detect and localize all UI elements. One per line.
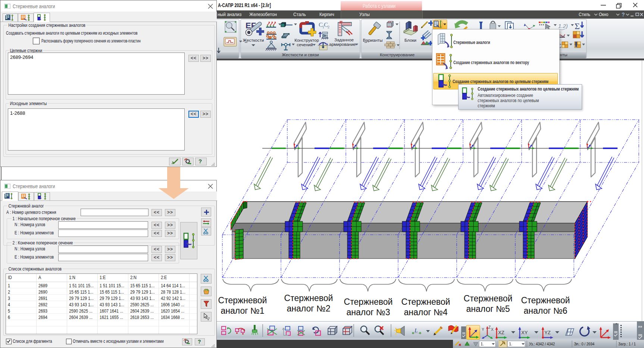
- svg-text:Жесткости и связи: Жесткости и связи: [282, 53, 319, 57]
- svg-text:?: ?: [622, 12, 625, 18]
- svg-text:1.: 1.: [481, 342, 484, 346]
- svg-text:»»: »»: [638, 325, 643, 329]
- svg-text:XY: XY: [521, 330, 528, 335]
- svg-text:1.2): 1.2): [558, 23, 568, 29]
- svg-text:аналог №1: аналог №1: [221, 306, 265, 316]
- svg-text:Стержневой: Стержневой: [284, 293, 333, 303]
- svg-text:Z: Z: [488, 325, 491, 329]
- svg-text:Y: Y: [482, 328, 484, 332]
- svg-text:1.: 1.: [509, 342, 512, 346]
- svg-text:YZ: YZ: [544, 330, 551, 335]
- svg-text:сечений: сечений: [297, 42, 313, 47]
- svg-text:аналог №2: аналог №2: [287, 304, 331, 313]
- svg-text:Конструктор: Конструктор: [294, 38, 319, 42]
- svg-text:Эл.: 0 / 2694: Эл.: 0 / 2694: [574, 341, 594, 346]
- svg-text:аналог №3: аналог №3: [347, 307, 390, 317]
- svg-text:аналог №5: аналог №5: [466, 304, 510, 314]
- svg-text:армирование: армирование: [329, 42, 356, 47]
- svg-text:Конструирование: Конструирование: [380, 53, 415, 57]
- svg-text:Σ: Σ: [575, 21, 580, 31]
- svg-text:X: X: [491, 328, 494, 332]
- svg-text:XZ: XZ: [498, 330, 504, 335]
- svg-text:Стержневой: Стержневой: [344, 297, 393, 307]
- svg-text:аналог №6: аналог №6: [524, 306, 568, 316]
- svg-text:Варианты: Варианты: [363, 38, 382, 42]
- svg-text:2: 2: [328, 25, 329, 29]
- svg-text:Уз.: 4342 / 4342: Уз.: 4342 / 4342: [529, 341, 555, 346]
- svg-text:Жесткости: Жесткости: [243, 38, 264, 42]
- svg-text:Заданное: Заданное: [334, 38, 354, 42]
- svg-text:Стержневой: Стержневой: [521, 295, 570, 305]
- svg-text:Блоки: Блоки: [404, 38, 416, 42]
- svg-text:Стержневой: Стержневой: [218, 295, 267, 305]
- svg-text:Загр.: 1 / 1: Загр.: 1 / 1: [618, 341, 636, 346]
- svg-text:аналог №4: аналог №4: [404, 307, 448, 317]
- svg-text:L: L: [414, 328, 418, 333]
- svg-text:Стержневой: Стержневой: [401, 297, 450, 307]
- svg-text:Стержневой: Стержневой: [464, 294, 513, 303]
